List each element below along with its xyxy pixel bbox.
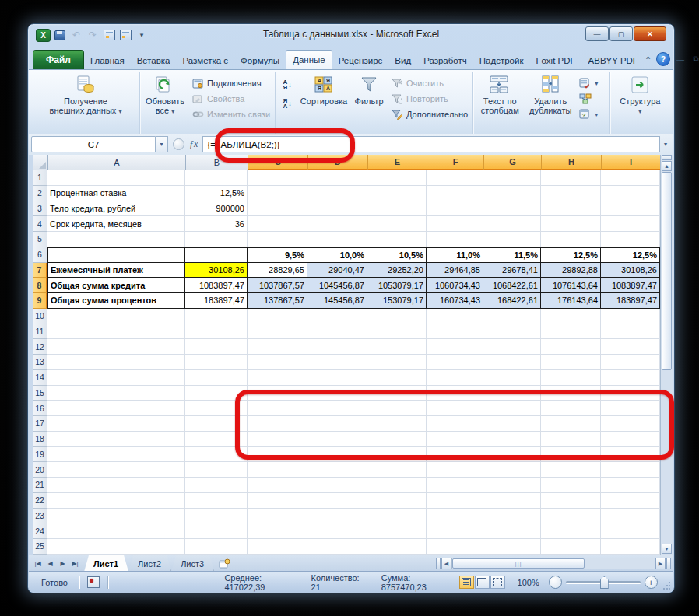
cell-H23[interactable] bbox=[541, 509, 601, 524]
cell-H2[interactable] bbox=[541, 186, 601, 201]
cell-D15[interactable] bbox=[307, 386, 367, 401]
cell-D20[interactable] bbox=[307, 462, 367, 478]
cell-C21[interactable] bbox=[248, 478, 307, 493]
cell-E8[interactable]: 1053079,17 bbox=[367, 278, 427, 293]
sort-button[interactable]: АЯЯА Сортировка bbox=[298, 73, 350, 123]
column-header-G[interactable]: G bbox=[484, 155, 542, 170]
column-header-A[interactable]: A bbox=[48, 155, 186, 170]
cell-F7[interactable]: 29464,85 bbox=[427, 263, 483, 278]
cell-A5[interactable] bbox=[47, 232, 185, 247]
cell-C25[interactable] bbox=[248, 539, 307, 555]
cell-B17[interactable] bbox=[185, 416, 248, 432]
cell-B19[interactable] bbox=[185, 447, 248, 463]
cell-A23[interactable] bbox=[47, 509, 185, 524]
cell-B8[interactable]: 1083897,47 bbox=[185, 278, 248, 293]
cell-C9[interactable]: 137867,57 bbox=[248, 293, 307, 309]
cell-D11[interactable] bbox=[307, 324, 367, 340]
cell-A1[interactable] bbox=[47, 170, 185, 186]
cell-C13[interactable] bbox=[248, 355, 307, 370]
cell-I16[interactable] bbox=[601, 401, 660, 416]
cell-B10[interactable] bbox=[185, 309, 248, 324]
cell-F1[interactable] bbox=[427, 170, 483, 186]
cell-G14[interactable] bbox=[483, 370, 541, 386]
cell-H17[interactable] bbox=[541, 416, 601, 432]
row-header-18[interactable]: 18 bbox=[33, 432, 47, 447]
cell-F16[interactable] bbox=[427, 401, 483, 416]
cell-G6[interactable]: 11,5% bbox=[483, 247, 541, 263]
sort-descending-button[interactable]: ЯА↓ bbox=[278, 95, 297, 112]
cell-A21[interactable] bbox=[47, 478, 185, 493]
tab-Главная[interactable]: Главная bbox=[84, 51, 131, 69]
cell-A14[interactable] bbox=[47, 370, 185, 386]
cell-B24[interactable] bbox=[185, 523, 248, 539]
cell-G8[interactable]: 1068422,61 bbox=[483, 278, 541, 293]
tab-Разметка с[interactable]: Разметка с bbox=[176, 51, 234, 69]
connections-button[interactable]: Подключения bbox=[189, 76, 272, 90]
cell-E11[interactable] bbox=[367, 324, 427, 340]
expand-formula-bar-icon[interactable] bbox=[660, 141, 671, 148]
cell-G2[interactable] bbox=[483, 186, 541, 201]
vertical-split-handle[interactable] bbox=[662, 155, 672, 160]
row-header-10[interactable]: 10 bbox=[33, 309, 47, 324]
cell-C5[interactable] bbox=[248, 232, 307, 247]
cell-G5[interactable] bbox=[483, 232, 541, 247]
cell-D18[interactable] bbox=[307, 432, 367, 447]
cell-B21[interactable] bbox=[185, 478, 248, 493]
cell-D22[interactable] bbox=[307, 493, 367, 509]
row-header-24[interactable]: 24 bbox=[33, 523, 47, 539]
cell-H25[interactable] bbox=[541, 539, 601, 555]
cell-G3[interactable] bbox=[483, 201, 541, 217]
column-header-F[interactable]: F bbox=[427, 155, 484, 170]
cell-F14[interactable] bbox=[427, 370, 483, 386]
row-header-7[interactable]: 7 bbox=[33, 263, 47, 278]
cell-C2[interactable] bbox=[248, 186, 307, 201]
cell-I18[interactable] bbox=[601, 432, 660, 447]
cell-I15[interactable] bbox=[601, 386, 660, 401]
cell-B9[interactable]: 183897,47 bbox=[185, 293, 248, 309]
cell-H13[interactable] bbox=[541, 355, 601, 370]
text-to-columns-button[interactable]: Текст постолбцам bbox=[476, 73, 524, 123]
cell-A9[interactable]: Общая сумма процентов bbox=[47, 293, 185, 309]
cell-D9[interactable]: 145456,87 bbox=[307, 293, 367, 309]
zoom-level[interactable]: 100% bbox=[518, 578, 539, 587]
qat-custom-button-2[interactable] bbox=[118, 29, 132, 41]
cell-B20[interactable] bbox=[185, 462, 248, 478]
cell-F21[interactable] bbox=[427, 478, 483, 493]
cell-G24[interactable] bbox=[483, 523, 541, 539]
collapse-ribbon-icon[interactable] bbox=[645, 52, 652, 66]
cell-F11[interactable] bbox=[427, 324, 483, 340]
cell-A11[interactable] bbox=[47, 324, 185, 340]
row-header-14[interactable]: 14 bbox=[33, 370, 47, 386]
insert-function-icon[interactable] bbox=[189, 138, 198, 150]
cell-G12[interactable] bbox=[483, 339, 541, 355]
data-validation-button[interactable]: ▾ bbox=[577, 76, 600, 90]
cell-I21[interactable] bbox=[601, 478, 660, 493]
cell-D6[interactable]: 10,0% bbox=[307, 247, 367, 263]
cell-B7[interactable]: 30108,26 bbox=[185, 263, 248, 278]
cell-G10[interactable] bbox=[483, 309, 541, 324]
cell-C18[interactable] bbox=[248, 432, 307, 447]
cell-F4[interactable] bbox=[427, 216, 483, 232]
cell-F24[interactable] bbox=[427, 523, 483, 539]
what-if-analysis-button[interactable]: ? ▾ bbox=[577, 107, 600, 121]
cell-E16[interactable] bbox=[367, 401, 427, 416]
cell-H1[interactable] bbox=[541, 170, 601, 186]
cell-I11[interactable] bbox=[601, 324, 660, 340]
cell-H22[interactable] bbox=[541, 493, 601, 509]
cell-G23[interactable] bbox=[483, 509, 541, 524]
filter-button[interactable]: Фильтр bbox=[351, 73, 387, 123]
row-header-1[interactable]: 1 bbox=[33, 170, 47, 186]
zoom-out-icon[interactable]: − bbox=[549, 576, 562, 589]
row-header-3[interactable]: 3 bbox=[33, 201, 47, 217]
insert-sheet-button[interactable] bbox=[214, 555, 234, 572]
cell-E10[interactable] bbox=[367, 309, 427, 324]
cell-G22[interactable] bbox=[483, 493, 541, 509]
sheet-tab-Лист1[interactable]: Лист1 bbox=[84, 555, 128, 572]
cell-B3[interactable]: 900000 bbox=[185, 201, 248, 217]
cell-E4[interactable] bbox=[367, 216, 427, 232]
row-header-21[interactable]: 21 bbox=[33, 478, 47, 493]
cell-H10[interactable] bbox=[541, 309, 601, 324]
cell-C20[interactable] bbox=[248, 462, 307, 478]
cell-E13[interactable] bbox=[367, 355, 427, 370]
cell-A12[interactable] bbox=[47, 339, 185, 355]
